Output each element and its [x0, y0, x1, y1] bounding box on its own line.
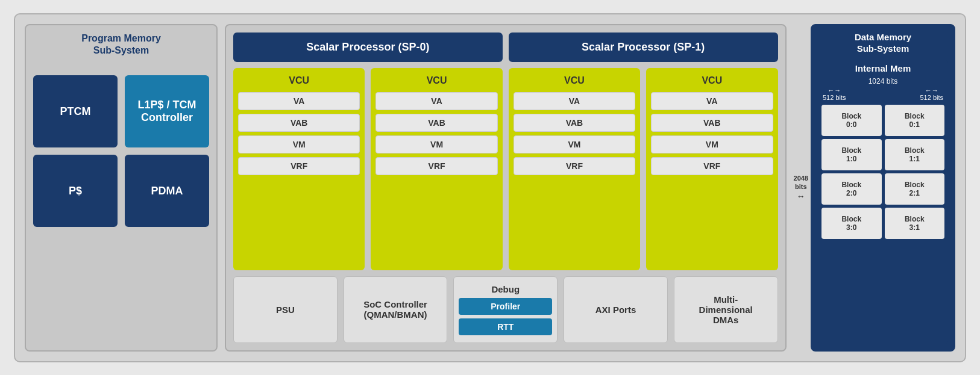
- left-panel-title: Program Memory Sub-System: [81, 33, 161, 58]
- vcu-4-label: VCU: [651, 73, 773, 88]
- vcu-unit-3: VCU VA VAB VM VRF: [509, 68, 640, 270]
- bits-1024-row: 1024 bits: [821, 77, 944, 85]
- block-3-0: Block 3:0: [821, 208, 882, 239]
- va-3: VA: [514, 92, 635, 110]
- va-4: VA: [651, 92, 773, 110]
- left-panel: Program Memory Sub-System PTCM L1P$ / TC…: [25, 24, 218, 352]
- block-grid: Block 0:0 Block 0:1 Block 1:0 Block 1:1 …: [821, 105, 944, 239]
- vab-3: VAB: [514, 114, 635, 132]
- vrf-2: VRF: [375, 157, 497, 175]
- vrf-4: VRF: [651, 157, 773, 175]
- sp0-block: Scalar Processor (SP-0): [233, 33, 503, 62]
- block-0-0: Block 0:0: [821, 105, 882, 136]
- vab-4: VAB: [651, 114, 773, 132]
- middle-panel: Scalar Processor (SP-0) Scalar Processor…: [225, 24, 787, 352]
- internal-mem-section: Internal Mem 1024 bits ←→ 512 bits ←→ 51…: [818, 60, 948, 344]
- l1p-tcm-block: L1P$ / TCM Controller: [125, 75, 209, 147]
- vcu-unit-4: VCU VA VAB VM VRF: [646, 68, 777, 270]
- left-panel-grid: PTCM L1P$ / TCM Controller P$ PDMA: [33, 75, 209, 227]
- va-1: VA: [238, 92, 360, 110]
- vm-4: VM: [651, 135, 773, 153]
- vab-1: VAB: [238, 114, 360, 132]
- block-2-1: Block 2:1: [885, 173, 945, 205]
- rtt-button[interactable]: RTT: [459, 318, 552, 335]
- vrf-1: VRF: [238, 157, 360, 175]
- vcu-unit-1: VCU VA VAB VM VRF: [233, 68, 365, 270]
- right-panel: Data Memory Sub-System Internal Mem 1024…: [811, 24, 955, 352]
- bits-2048-label: 2048 bits ↔: [794, 175, 808, 201]
- block-1-0: Block 1:0: [821, 139, 882, 170]
- main-diagram: Program Memory Sub-System PTCM L1P$ / TC…: [14, 13, 966, 362]
- block-0-1: Block 0:1: [885, 105, 945, 136]
- block-3-1: Block 3:1: [885, 208, 945, 239]
- pdma-block: PDMA: [125, 155, 209, 227]
- bits-512-row: ←→ 512 bits ←→ 512 bits: [821, 87, 944, 101]
- vcu-row: VCU VA VAB VM VRF VCU VA VAB VM VRF VCU …: [233, 68, 778, 270]
- bits-2048-area: 2048 bits ↔: [794, 24, 808, 352]
- soc-ctrl-unit: SoC Controller (QMAN/BMAN): [344, 276, 448, 343]
- debug-unit: Debug Profiler RTT: [453, 276, 558, 343]
- right-panel-outer: 2048 bits ↔ Data Memory Sub-System Inter…: [794, 24, 955, 352]
- vcu-1-label: VCU: [238, 73, 360, 88]
- vm-2: VM: [375, 135, 497, 153]
- profiler-button[interactable]: Profiler: [459, 298, 552, 315]
- ptcm-block: PTCM: [33, 75, 118, 147]
- va-2: VA: [375, 92, 497, 110]
- vm-1: VM: [238, 135, 360, 153]
- vm-3: VM: [514, 135, 635, 153]
- vcu-2-label: VCU: [375, 73, 497, 88]
- axi-ports-unit: AXI Ports: [564, 276, 668, 343]
- vab-2: VAB: [375, 114, 497, 132]
- sp1-block: Scalar Processor (SP-1): [509, 33, 778, 62]
- vcu-unit-2: VCU VA VAB VM VRF: [371, 68, 502, 270]
- internal-mem-title: Internal Mem: [821, 63, 944, 73]
- sp-row: Scalar Processor (SP-0) Scalar Processor…: [233, 33, 778, 62]
- debug-label: Debug: [491, 284, 520, 294]
- vrf-3: VRF: [514, 157, 635, 175]
- psu-unit: PSU: [233, 276, 338, 343]
- vcu-3-label: VCU: [514, 73, 635, 88]
- bottom-row: PSU SoC Controller (QMAN/BMAN) Debug Pro…: [233, 276, 778, 343]
- right-panel-title: Data Memory Sub-System: [818, 31, 948, 55]
- ps-block: P$: [33, 155, 118, 227]
- block-1-1: Block 1:1: [885, 139, 945, 170]
- multi-dma-unit: Multi- Dimensional DMAs: [674, 276, 778, 343]
- block-2-0: Block 2:0: [821, 173, 882, 205]
